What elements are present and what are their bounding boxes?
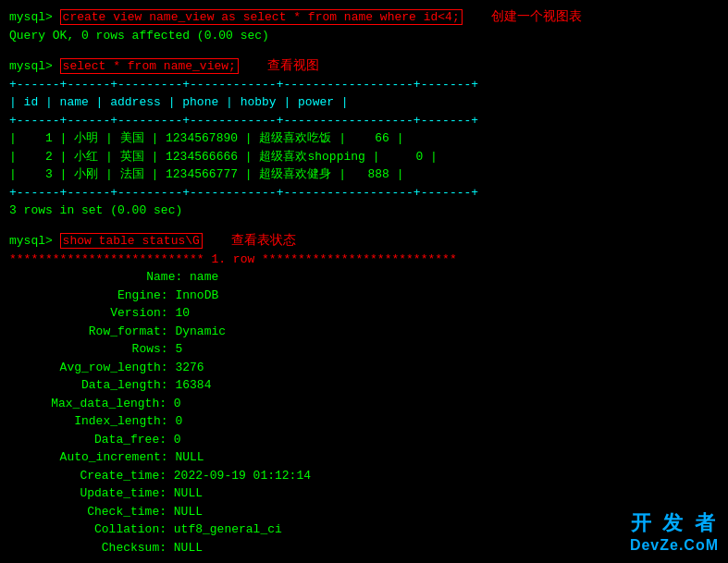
status-data-free: Data_free: 0: [9, 431, 719, 449]
table-header: | id | name | address | phone | hobby | …: [9, 93, 719, 112]
select-view-command: select * from name_view;: [60, 58, 239, 74]
status-collation: Collation: utf8_general_ci: [9, 520, 719, 539]
block-create-view: mysql> create view name_view as select *…: [9, 7, 719, 45]
table-row-2: | 2 | 小红 | 英国 | 1234566666 | 超级喜欢shoppin…: [9, 148, 719, 166]
command-line-1: mysql> create view name_view as select *…: [9, 7, 719, 27]
table-sep-bot: +------+------+---------+------------+--…: [9, 184, 719, 202]
table-row-3: | 3 | 小刚 | 法国 | 1234566777 | 超级喜欢健身 | 88…: [9, 165, 719, 184]
status-max-data: Max_data_length: 0: [9, 395, 719, 413]
block-show-status: mysql> show table status\G 查看表状态 *******…: [9, 231, 719, 557]
rows-in-set: 3 rows in set (0.00 sec): [9, 202, 719, 220]
status-avg-row: Avg_row_length: 3276: [9, 359, 719, 377]
block-select-view: mysql> select * from name_view; 查看视图 +--…: [9, 56, 719, 220]
prompt-2: mysql>: [9, 59, 60, 73]
status-rows: Rows: 5: [9, 340, 719, 359]
comment-3: 查看表状态: [231, 233, 296, 248]
command-line-2: mysql> select * from name_view; 查看视图: [9, 56, 719, 76]
status-update-time: Update_time: NULL: [9, 484, 719, 503]
terminal: mysql> create view name_view as select *…: [0, 0, 728, 563]
prompt-3: mysql>: [9, 234, 60, 248]
status-check-time: Check_time: NULL: [9, 503, 719, 521]
status-version: Version: 10: [9, 304, 719, 323]
status-row-format: Row_format: Dynamic: [9, 323, 719, 341]
comment-2: 查看视图: [267, 58, 319, 73]
status-name: Name: name: [9, 268, 719, 287]
status-create-time: Create_time: 2022-09-19 01:12:14: [9, 467, 719, 485]
table-sep-mid: +------+------+---------+------------+--…: [9, 112, 719, 130]
status-checksum: Checksum: NULL: [9, 539, 719, 557]
table-sep-top: +------+------+---------+------------+--…: [9, 76, 719, 94]
star-separator: *************************** 1. row *****…: [9, 251, 719, 269]
comment-1: 创建一个视图表: [491, 9, 582, 24]
show-status-command: show table status\G: [60, 233, 203, 249]
command-line-3: mysql> show table status\G 查看表状态: [9, 231, 719, 251]
watermark: 开 发 者 DevZe.CoM: [630, 509, 719, 554]
status-engine: Engine: InnoDB: [9, 287, 719, 305]
table-row-1: | 1 | 小明 | 美国 | 1234567890 | 超级喜欢吃饭 | 66…: [9, 129, 719, 148]
ok-line-1: Query OK, 0 rows affected (0.00 sec): [9, 27, 719, 45]
prompt-1: mysql>: [9, 10, 60, 24]
status-auto-inc: Auto_increment: NULL: [9, 448, 719, 467]
create-view-command: create view name_view as select * from n…: [60, 9, 463, 25]
status-index-length: Index_length: 0: [9, 412, 719, 431]
status-data-length: Data_length: 16384: [9, 376, 719, 395]
watermark-chinese: 开 发 者: [630, 509, 719, 537]
watermark-domain: DevZe.CoM: [630, 537, 719, 554]
